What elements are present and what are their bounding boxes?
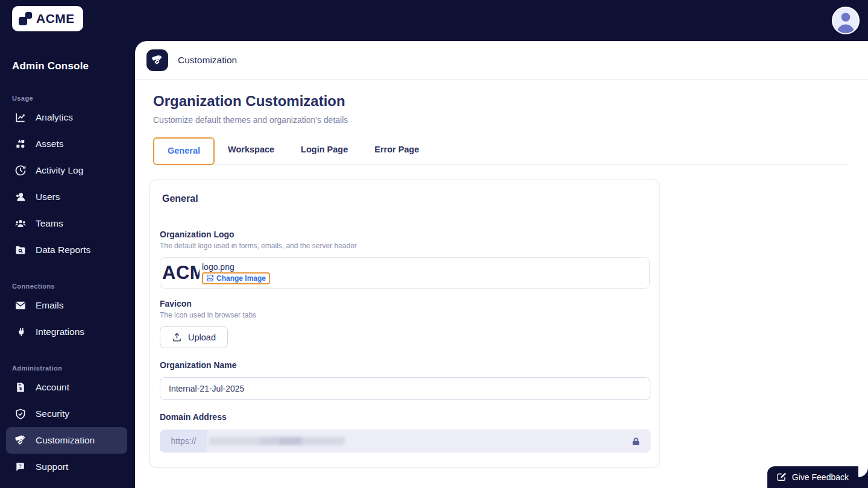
page-subtitle: Customize default themes and organizatio… — [153, 115, 849, 125]
domain-address-input: https:// — [160, 430, 650, 452]
organization-logo-field: Organization Logo The default logo used … — [160, 230, 650, 289]
teams-group-icon — [14, 217, 27, 230]
organization-logo-image: ACME — [162, 262, 200, 284]
change-image-label: Change Image — [216, 274, 266, 283]
bottom-right-corner — [858, 466, 868, 488]
image-plus-icon — [206, 274, 214, 282]
organization-name-field: Organization Name — [160, 360, 650, 400]
paint-roller-icon — [14, 434, 27, 446]
favicon-description: The icon used in browser tabs — [160, 311, 650, 319]
organization-name-input[interactable] — [160, 377, 650, 400]
brand-name: ACME — [36, 11, 75, 26]
organization-logo-description: The default logo used in forms, emails, … — [160, 242, 650, 250]
sidebar-item-label: Data Reports — [36, 245, 90, 255]
sidebar-item-label: Analytics — [36, 112, 73, 123]
sidebar-item-label: Support — [36, 461, 68, 472]
section-label-usage: Usage — [12, 95, 135, 102]
envelope-icon — [14, 299, 27, 311]
sidebar-item-label: Activity Log — [36, 165, 83, 176]
domain-protocol-prefix: https:// — [160, 430, 207, 452]
domain-redacted-value — [209, 437, 345, 445]
lock-icon — [631, 437, 641, 446]
tab-workspace[interactable]: Workspace — [215, 137, 288, 164]
paint-roller-icon — [151, 54, 163, 66]
sidebar-item-label: Emails — [36, 300, 64, 311]
organization-name-label: Organization Name — [160, 360, 650, 370]
give-feedback-button[interactable]: Give Feedback — [767, 466, 858, 488]
top-bar: ACME — [0, 0, 868, 41]
sidebar-item-label: Security — [36, 408, 69, 419]
sidebar: Admin Console Usage Analytics Assets Act… — [0, 41, 135, 488]
change-image-button[interactable]: Change Image — [202, 272, 270, 284]
sidebar-item-security[interactable]: Security — [6, 401, 127, 427]
sidebar-item-emails[interactable]: Emails — [6, 292, 127, 319]
sidebar-item-label: Customization — [36, 435, 95, 446]
domain-address-field: Domain Address https:// — [160, 412, 650, 452]
tab-login-page[interactable]: Login Page — [288, 137, 361, 164]
tab-error-page[interactable]: Error Page — [361, 137, 432, 164]
panel-header-title: Customization — [178, 55, 237, 66]
user-avatar[interactable] — [832, 7, 860, 34]
card-title: General — [162, 193, 647, 204]
general-settings-card: General Organization Logo The default lo… — [149, 180, 660, 468]
give-feedback-label: Give Feedback — [792, 472, 849, 482]
sidebar-item-label: Account — [36, 382, 69, 393]
sidebar-item-support[interactable]: ? Support — [6, 454, 127, 480]
sidebar-item-analytics[interactable]: Analytics — [6, 104, 127, 131]
main-panel: Customization Organization Customization… — [135, 41, 868, 488]
shield-check-icon — [14, 408, 27, 420]
svg-text:?: ? — [19, 463, 22, 469]
analytics-chart-icon — [14, 111, 27, 124]
plug-icon — [14, 326, 27, 338]
sidebar-title: Admin Console — [12, 60, 135, 72]
sidebar-item-account[interactable]: $ Account — [6, 374, 127, 401]
organization-logo-label: Organization Logo — [160, 230, 650, 239]
section-label-administration: Administration — [12, 364, 135, 372]
logo-preview-box: ACME logo.png Change Image — [160, 257, 650, 289]
logo-filename: logo.png — [202, 262, 270, 272]
assets-grid-icon — [14, 138, 27, 150]
section-label-connections: Connections — [12, 283, 135, 290]
sidebar-item-integrations[interactable]: Integrations — [6, 319, 127, 345]
sidebar-item-label: Users — [36, 192, 60, 202]
acme-logo-icon — [18, 11, 33, 26]
panel-header-icon-box — [146, 49, 168, 71]
sidebar-item-label: Teams — [36, 218, 63, 229]
sidebar-item-data-reports[interactable]: Data Reports — [6, 237, 127, 263]
domain-address-label: Domain Address — [160, 412, 650, 422]
billing-document-icon: $ — [14, 381, 27, 393]
sidebar-item-teams[interactable]: Teams — [6, 210, 127, 237]
page-title: Organization Customization — [153, 93, 849, 110]
sidebar-item-assets[interactable]: Assets — [6, 131, 127, 157]
sidebar-item-customization[interactable]: Customization — [6, 427, 127, 454]
feedback-pencil-icon — [776, 472, 787, 483]
user-icon — [14, 191, 27, 203]
tab-general[interactable]: General — [153, 137, 215, 165]
favicon-label: Favicon — [160, 299, 650, 308]
activity-clock-icon — [14, 164, 27, 177]
sidebar-item-label: Integrations — [36, 327, 84, 337]
sidebar-item-users[interactable]: Users — [6, 184, 127, 210]
tab-bar: General Workspace Login Page Error Page — [153, 137, 849, 164]
upload-button-label: Upload — [188, 333, 216, 342]
panel-header: Customization — [135, 41, 868, 80]
card-body: Organization Logo The default logo used … — [150, 216, 659, 467]
sidebar-item-label: Assets — [36, 139, 64, 149]
logo-meta: logo.png Change Image — [202, 262, 270, 284]
sidebar-item-activity-log[interactable]: Activity Log — [6, 157, 127, 184]
card-header: General — [150, 180, 659, 216]
chat-question-icon: ? — [14, 461, 27, 473]
favicon-field: Favicon The icon used in browser tabs Up… — [160, 299, 650, 348]
upload-icon — [172, 332, 182, 342]
upload-favicon-button[interactable]: Upload — [160, 326, 228, 348]
user-avatar-icon — [833, 7, 858, 34]
brand-logo[interactable]: ACME — [12, 6, 83, 31]
folder-search-icon — [14, 244, 27, 256]
page-content: Organization Customization Customize def… — [135, 80, 868, 468]
